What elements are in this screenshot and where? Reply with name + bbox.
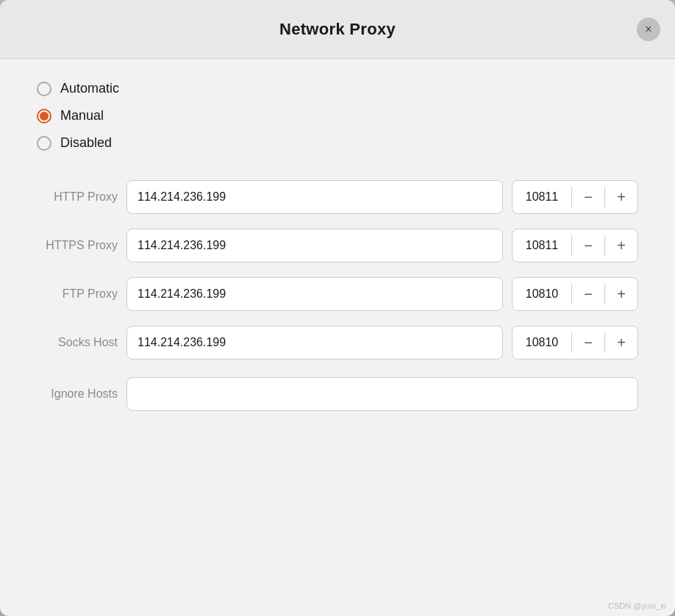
socks-host-input[interactable] [126, 326, 503, 359]
socks-host-port-input[interactable] [512, 326, 571, 359]
dialog-header: Network Proxy × [0, 0, 675, 59]
http-proxy-row: HTTP Proxy − + [37, 180, 638, 214]
ftp-proxy-host-input[interactable] [126, 277, 503, 311]
ftp-proxy-port-group: − + [512, 277, 638, 311]
ignore-hosts-row: Ignore Hosts [37, 377, 638, 411]
ftp-proxy-row: FTP Proxy − + [37, 277, 638, 311]
http-proxy-port-group: − + [512, 180, 638, 214]
https-proxy-row: HTTPS Proxy − + [37, 229, 638, 262]
socks-host-row: Socks Host − + [37, 326, 638, 359]
radio-item-manual[interactable]: Manual [37, 108, 638, 123]
ftp-proxy-label: FTP Proxy [37, 287, 118, 301]
https-proxy-port-input[interactable] [512, 229, 571, 262]
http-proxy-host-input[interactable] [126, 180, 503, 214]
ignore-hosts-label: Ignore Hosts [37, 387, 118, 401]
radio-button-disabled[interactable] [37, 136, 51, 151]
http-proxy-decrement-button[interactable]: − [572, 181, 604, 213]
proxy-fields: HTTP Proxy − + HTTPS Proxy − [37, 180, 638, 411]
http-proxy-increment-button[interactable]: + [605, 181, 638, 213]
radio-item-automatic[interactable]: Automatic [37, 81, 638, 96]
ftp-proxy-port-input[interactable] [512, 278, 571, 310]
radio-label-disabled: Disabled [60, 135, 112, 151]
radio-button-automatic[interactable] [37, 82, 51, 96]
radio-label-automatic: Automatic [60, 81, 119, 96]
https-proxy-increment-button[interactable]: + [605, 229, 638, 262]
https-proxy-label: HTTPS Proxy [37, 239, 118, 252]
dialog-title: Network Proxy [279, 20, 396, 39]
https-proxy-host-input[interactable] [126, 229, 503, 262]
dialog-body: Automatic Manual Disabled HTTP Proxy [0, 59, 675, 616]
proxy-mode-group: Automatic Manual Disabled [37, 81, 638, 151]
socks-host-label: Socks Host [37, 336, 118, 349]
watermark: CSDN @yuxi_xi [608, 601, 666, 610]
http-proxy-label: HTTP Proxy [37, 190, 118, 204]
ftp-proxy-increment-button[interactable]: + [605, 278, 638, 310]
https-proxy-decrement-button[interactable]: − [572, 229, 604, 262]
ftp-proxy-decrement-button[interactable]: − [572, 278, 604, 310]
close-button[interactable]: × [637, 18, 660, 41]
ignore-hosts-input[interactable] [126, 377, 638, 411]
radio-label-manual: Manual [60, 108, 104, 123]
network-proxy-dialog: Network Proxy × Automatic Manual Disable… [0, 0, 675, 616]
radio-item-disabled[interactable]: Disabled [37, 135, 638, 151]
radio-button-manual[interactable] [37, 109, 51, 123]
socks-host-increment-button[interactable]: + [605, 326, 638, 359]
https-proxy-port-group: − + [512, 229, 638, 262]
http-proxy-port-input[interactable] [512, 181, 571, 213]
socks-host-decrement-button[interactable]: − [572, 326, 604, 359]
socks-host-port-group: − + [512, 326, 638, 359]
